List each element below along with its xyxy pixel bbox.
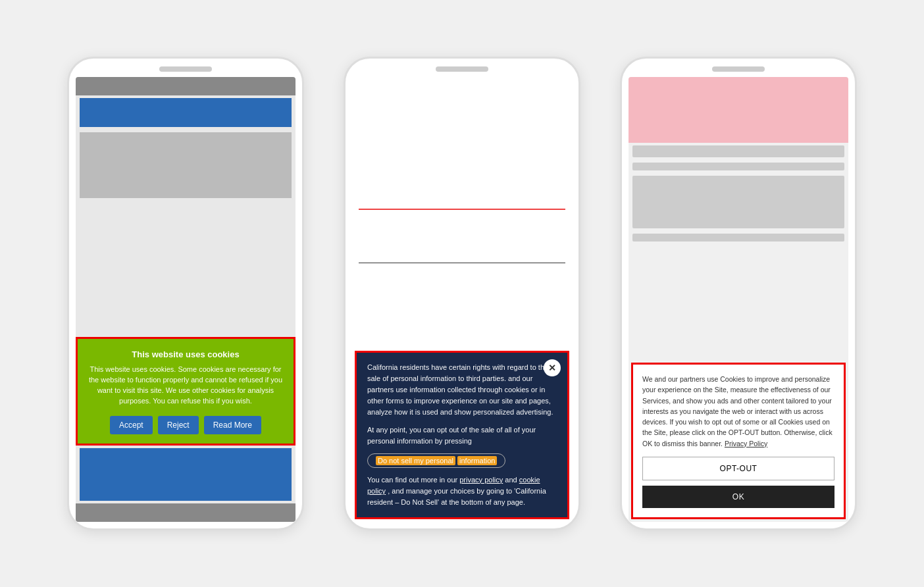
p2-mid-white xyxy=(352,210,572,263)
cookie-buttons: Accept Reject Read More xyxy=(87,416,284,434)
phone-notch-3 xyxy=(712,66,765,72)
ccpa-banner: ✕ California residents have certain righ… xyxy=(355,351,569,519)
p2-top-white xyxy=(352,77,572,209)
do-not-sell-highlight: information xyxy=(457,456,497,465)
p1-gray-bar xyxy=(76,77,295,95)
phone-3-screen: We and our partners use Cookies to impro… xyxy=(629,77,848,522)
phone-2: ✕ California residents have certain righ… xyxy=(344,57,580,530)
privacy-policy-link[interactable]: privacy policy xyxy=(459,476,503,484)
p1-bottom-blue xyxy=(80,448,292,501)
p3-gray-row-2 xyxy=(632,163,844,170)
p1-spacer xyxy=(76,201,295,337)
p3-spacer xyxy=(629,244,848,360)
phone-2-screen: ✕ California residents have certain righ… xyxy=(352,77,572,522)
p1-blue-bar xyxy=(80,98,292,127)
ccpa-para3: You can find out more in our privacy pol… xyxy=(367,474,557,508)
ccpa-para1: California residents have certain rights… xyxy=(367,362,557,418)
ok-button[interactable]: OK xyxy=(642,486,834,508)
phone-notch-2 xyxy=(436,66,488,72)
phones-container: This website uses cookies This website u… xyxy=(41,30,883,557)
cookie-banner-title: This website uses cookies xyxy=(87,349,284,359)
cookie-banner-body: This website uses cookies. Some cookies … xyxy=(87,365,284,407)
p3-pink-block xyxy=(629,77,848,143)
gdpr-banner: We and our partners use Cookies to impro… xyxy=(631,363,846,519)
ccpa-para2: At any point, you can opt out of the sal… xyxy=(367,424,557,447)
p1-gray-block xyxy=(80,132,292,198)
do-not-sell-button[interactable]: Do not sell my personal information xyxy=(367,453,505,468)
p3-gray-row-1 xyxy=(632,145,844,157)
phone-1-screen: This website uses cookies This website u… xyxy=(76,77,295,522)
phone-1: This website uses cookies This website u… xyxy=(67,57,304,530)
gdpr-body-text: We and our partners use Cookies to impro… xyxy=(642,374,834,449)
accept-button[interactable]: Accept xyxy=(110,416,153,434)
p3-gray-row-3 xyxy=(632,234,844,242)
p2-filler xyxy=(352,263,572,348)
close-icon: ✕ xyxy=(548,363,556,373)
cookie-banner-green: This website uses cookies This website u… xyxy=(76,337,295,446)
opt-out-button[interactable]: OPT-OUT xyxy=(642,457,834,480)
reject-button[interactable]: Reject xyxy=(158,416,199,434)
phone-3: We and our partners use Cookies to impro… xyxy=(620,57,857,530)
ccpa-close-button[interactable]: ✕ xyxy=(544,359,561,376)
gdpr-privacy-link[interactable]: Privacy Policy xyxy=(725,440,767,447)
p1-bottom-gray xyxy=(76,503,295,522)
p3-gray-block xyxy=(632,176,844,228)
read-more-button[interactable]: Read More xyxy=(204,416,261,434)
phone-notch-1 xyxy=(159,66,212,72)
